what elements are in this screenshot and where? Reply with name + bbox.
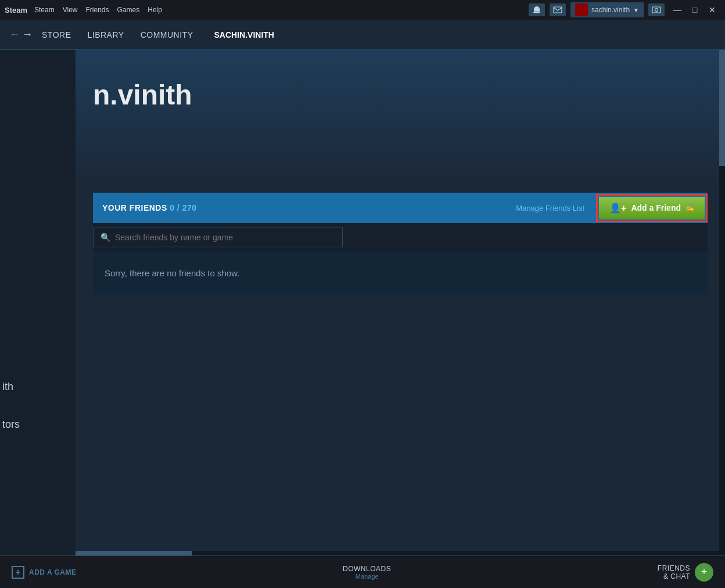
menu-view[interactable]: View [63,6,78,14]
steam-logo: Steam [5,6,27,15]
add-friend-icon: 👤+ [609,203,626,214]
menu-games[interactable]: Games [117,6,140,14]
no-friends-message: Sorry, there are no friends to show. [105,268,239,278]
menu-help[interactable]: Help [148,6,162,14]
nav-links: STORE LIBRARY COMMUNITY SACHIN.VINITH [42,30,274,39]
horizontal-scrollbar[interactable] [76,551,719,555]
nav-library[interactable]: LIBRARY [87,30,124,39]
user-badge[interactable]: sachin.vinith ▼ [570,2,644,17]
svg-rect-1 [652,7,661,13]
forward-button[interactable]: → [22,28,33,41]
manage-friends-button[interactable]: Manage Friends List [504,204,596,212]
no-friends-area: Sorry, there are no friends to show. [93,252,708,295]
minimize-button[interactable]: — [669,3,685,16]
notification-icon[interactable] [529,3,545,16]
search-field-wrapper: 🔍 [93,228,343,247]
add-game-section[interactable]: + ADD A GAME [12,566,76,579]
search-icon: 🔍 [101,233,110,242]
sidebar-partial-ith: ith [0,381,13,393]
menu-steam[interactable]: Steam [34,6,55,14]
friends-count: 0 / 270 [170,203,196,212]
add-friend-button[interactable]: 👤+ Add a Friend ✍ [599,197,705,219]
friends-label: YOUR FRIENDS [102,203,167,212]
menu-items: Steam View Friends Games Help [34,6,162,14]
sidebar-partial-tors: tors [0,419,20,431]
menu-friends[interactable]: Friends [86,6,109,14]
maximize-button[interactable]: □ [687,3,703,16]
back-button[interactable]: ← [9,28,20,41]
dropdown-arrow-icon: ▼ [633,7,639,13]
title-bar-right: sachin.vinith ▼ — □ ✕ [529,2,720,17]
friends-chat-label: FRIENDS& CHAT [658,564,690,580]
nav-community[interactable]: COMMUNITY [141,30,193,39]
profile-name: n.vinith [93,79,708,111]
cursor-icon: ✍ [685,204,694,212]
mail-icon[interactable] [550,3,566,16]
downloads-label: DOWNLOADS [343,565,391,573]
nav-arrows: ← → [9,28,33,41]
add-friend-label: Add a Friend [631,203,681,212]
friends-title: YOUR FRIENDS 0 / 270 [93,203,504,212]
friends-chat-icon[interactable]: + [695,563,713,582]
search-bar-container: 🔍 [93,223,708,252]
friends-header: YOUR FRIENDS 0 / 270 Manage Friends List… [93,193,708,223]
scrollbar-thumb[interactable] [719,50,725,166]
add-game-icon: + [12,566,24,579]
title-bar-left: Steam Steam View Friends Games Help [5,6,162,15]
friends-chat-section[interactable]: FRIENDS& CHAT + [658,563,713,582]
h-scrollbar-thumb[interactable] [76,551,192,555]
user-avatar [575,3,588,16]
svg-point-2 [655,9,658,12]
manage-label: Manage [343,573,391,580]
nav-username[interactable]: SACHIN.VINITH [214,30,274,39]
content-area: n.vinith YOUR FRIENDS 0 / 270 Manage Fri… [76,50,725,555]
vertical-scrollbar[interactable] [719,50,725,555]
main-content: ith tors n.vinith YOUR FRIENDS 0 / 270 M… [0,50,725,555]
search-input[interactable] [115,233,335,242]
downloads-section[interactable]: DOWNLOADS Manage [343,565,391,580]
profile-header: n.vinith [76,50,725,183]
title-bar: Steam Steam View Friends Games Help sach… [0,0,725,20]
add-friend-button-wrapper: 👤+ Add a Friend ✍ [596,194,708,222]
nav-store[interactable]: STORE [42,30,71,39]
left-sidebar: ith tors [0,50,76,555]
add-game-label: ADD A GAME [29,568,76,576]
status-bar: + ADD A GAME DOWNLOADS Manage FRIENDS& C… [0,555,725,588]
window-controls: — □ ✕ [669,3,720,16]
friends-section: YOUR FRIENDS 0 / 270 Manage Friends List… [76,183,725,304]
close-button[interactable]: ✕ [704,3,720,16]
username-label: sachin.vinith [591,6,630,14]
svg-rect-0 [554,7,562,13]
nav-bar: ← → STORE LIBRARY COMMUNITY SACHIN.VINIT… [0,20,725,50]
screenshot-icon[interactable] [648,3,665,16]
